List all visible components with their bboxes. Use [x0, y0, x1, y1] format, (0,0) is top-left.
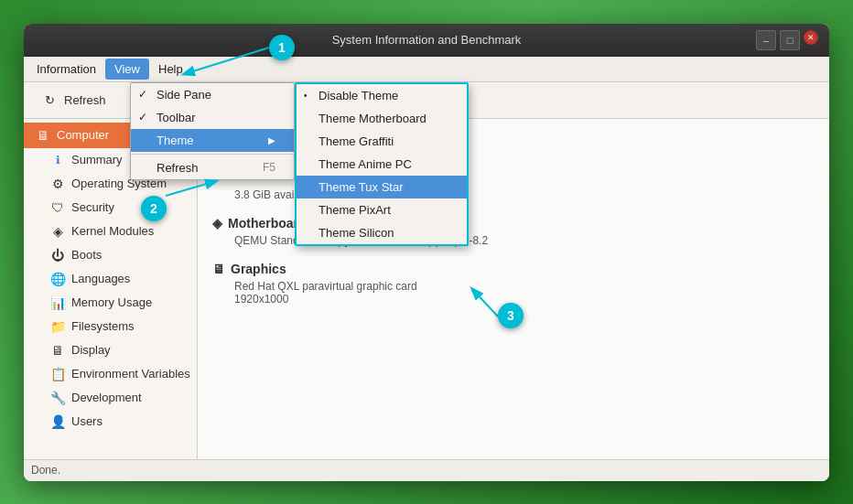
- maximize-button[interactable]: □: [780, 30, 800, 50]
- memory-icon: 📊: [49, 295, 66, 311]
- statusbar: Done.: [24, 459, 829, 481]
- menu-information[interactable]: Information: [27, 59, 105, 80]
- sidebar-item-languages[interactable]: 🌐 Languages: [24, 267, 197, 291]
- theme-item-disable[interactable]: • Disable Theme: [297, 84, 467, 107]
- summary-icon: ℹ: [49, 152, 66, 168]
- security-icon: 🛡: [49, 199, 66, 216]
- sidebar-item-display[interactable]: 🖥 Display: [24, 338, 197, 362]
- view-menu-theme[interactable]: Theme ▶: [131, 129, 294, 152]
- window-title: System Information and Benchmark: [332, 33, 522, 47]
- content-gfx-title: 🖥 Graphics: [212, 262, 815, 276]
- sidebar-label-boots: Boots: [71, 248, 102, 262]
- sidebar-label-filesystems: Filesystems: [71, 319, 135, 333]
- sidebar-label-security: Security: [71, 200, 114, 214]
- view-menu-refresh[interactable]: Refresh F5: [131, 156, 294, 179]
- theme-item-anime[interactable]: Theme Anime PC: [297, 153, 467, 176]
- sidebar-item-kernel[interactable]: ◈ Kernel Modules: [24, 220, 197, 243]
- sidebar-item-development[interactable]: 🔧 Development: [24, 386, 197, 410]
- display-icon: 🖥: [49, 342, 66, 359]
- sidebar-item-memory[interactable]: 📊 Memory Usage: [24, 291, 197, 315]
- content-gfx-line1: Red Hat QXL paravirtual graphic card: [212, 280, 815, 293]
- sidebar-label-envvars: Environment Variables: [71, 367, 190, 381]
- sidebar-label-languages: Languages: [71, 272, 130, 285]
- sidebar-label-summary: Summary: [71, 153, 123, 166]
- window-controls: – □ ✕: [756, 30, 818, 50]
- titlebar: System Information and Benchmark – □ ✕: [24, 24, 829, 57]
- menu-help[interactable]: Help: [149, 59, 192, 80]
- kernel-icon: ◈: [49, 223, 66, 240]
- theme-item-silicon[interactable]: Theme Silicon: [297, 221, 467, 244]
- minimize-button[interactable]: –: [756, 30, 776, 50]
- content-section-graphics: 🖥 Graphics Red Hat QXL paravirtual graph…: [212, 262, 815, 306]
- annotation-3: 3: [498, 303, 524, 328]
- sidebar-label-memory: Memory Usage: [71, 295, 152, 309]
- sidebar-label-computer: Computer: [57, 128, 109, 142]
- sidebar-item-security[interactable]: 🛡 Security: [24, 196, 197, 220]
- envvars-icon: 📋: [49, 366, 66, 382]
- toolbar-refresh[interactable]: ↻ Refresh: [31, 87, 115, 113]
- sidebar-label-users: Users: [71, 414, 103, 428]
- theme-item-tuxstar[interactable]: Theme Tux Star: [297, 176, 467, 198]
- theme-item-graffiti[interactable]: Theme Graffiti: [297, 130, 467, 153]
- view-menu-side-pane[interactable]: Side Pane: [131, 83, 294, 106]
- theme-bullet-icon: •: [304, 91, 308, 101]
- toolbar-refresh-label: Refresh: [64, 93, 106, 107]
- sidebar-label-kernel: Kernel Modules: [71, 224, 154, 238]
- computer-icon: 🖥: [35, 127, 51, 144]
- sidebar-item-users[interactable]: 👤 Users: [24, 410, 197, 434]
- menu-view[interactable]: View: [105, 59, 149, 80]
- theme-submenu[interactable]: • Disable Theme Theme Motherboard Theme …: [295, 82, 469, 246]
- close-button[interactable]: ✕: [804, 30, 818, 45]
- view-menu-separator: [131, 154, 294, 155]
- refresh-icon: ↻: [40, 91, 59, 109]
- theme-item-motherboard[interactable]: Theme Motherboard: [297, 107, 467, 130]
- users-icon: 👤: [49, 413, 66, 430]
- development-icon: 🔧: [49, 390, 66, 406]
- sidebar-item-filesystems[interactable]: 📁 Filesystems: [24, 315, 197, 338]
- main-window: System Information and Benchmark – □ ✕ I…: [24, 24, 829, 481]
- languages-icon: 🌐: [49, 271, 66, 287]
- gfx-icon: 🖥: [212, 262, 225, 276]
- menubar: Information View Help: [24, 57, 829, 82]
- theme-item-pixart[interactable]: Theme PixArt: [297, 198, 467, 221]
- annotation-1: 1: [269, 35, 295, 60]
- boots-icon: ⏻: [49, 247, 66, 263]
- sidebar-label-development: Development: [71, 391, 142, 404]
- sidebar-label-display: Display: [71, 343, 111, 357]
- sidebar-item-envvars[interactable]: 📋 Environment Variables: [24, 362, 197, 386]
- status-text: Done.: [31, 464, 60, 477]
- annotation-2: 2: [141, 196, 167, 221]
- os-icon: ⚙: [49, 176, 66, 192]
- view-menu[interactable]: Side Pane Toolbar Theme ▶ Refresh F5: [130, 82, 295, 180]
- view-menu-toolbar[interactable]: Toolbar: [131, 106, 294, 129]
- refresh-shortcut: F5: [263, 161, 275, 174]
- mb-icon: ◈: [212, 216, 222, 231]
- filesystems-icon: 📁: [49, 318, 66, 335]
- sidebar-item-boots[interactable]: ⏻ Boots: [24, 243, 197, 267]
- submenu-arrow-icon: ▶: [268, 135, 275, 145]
